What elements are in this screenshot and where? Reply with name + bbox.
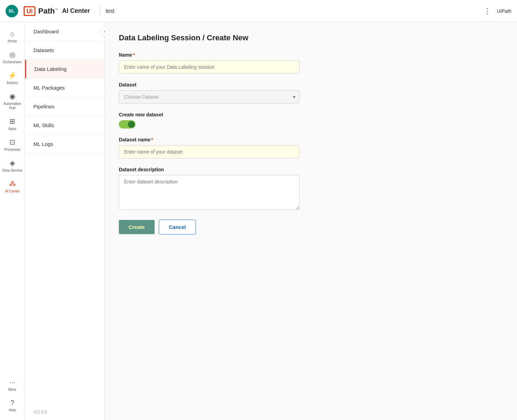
automation-hub-icon: ◉ xyxy=(9,92,15,100)
logo-path-text: Path™ xyxy=(38,7,58,16)
sidebar-item-orchestrator[interactable]: ◎ Orchestrator xyxy=(0,47,25,68)
dataset-name-input[interactable] xyxy=(119,145,299,158)
orchestrator-icon: ◎ xyxy=(9,50,15,59)
dataset-name-label: Dataset name* xyxy=(119,137,299,142)
help-label: Help xyxy=(9,408,16,412)
toggle-container xyxy=(119,120,299,129)
ai-center-label: AI Center xyxy=(5,189,19,193)
dataset-label: Dataset xyxy=(119,82,299,88)
create-session-form: Name* Dataset Choose Dataset ▾ Create ne… xyxy=(119,52,299,234)
sidebar-nav-pipelines[interactable]: Pipelines xyxy=(25,97,105,116)
sidebar-item-actions[interactable]: ⚡ Actions xyxy=(0,68,25,89)
name-label: Name* xyxy=(119,52,299,58)
sidebar-item-data-service[interactable]: ◈ Data Service xyxy=(0,155,25,176)
sidebar-version: v21.9.2 xyxy=(25,404,105,420)
avatar[interactable]: BL xyxy=(6,5,18,17)
cancel-button[interactable]: Cancel xyxy=(159,220,196,234)
sidebar-item-home[interactable]: ⌂ Home xyxy=(0,26,25,47)
toggle-knob xyxy=(128,121,135,128)
apps-icon: ⊞ xyxy=(9,117,15,125)
main-content: Data Labeling Session / Create New Name*… xyxy=(105,22,517,420)
dataset-name-form-group: Dataset name* xyxy=(119,137,299,158)
sidebar-collapse-button[interactable]: ‹ xyxy=(100,26,109,36)
icon-nav: ⌂ Home ◎ Orchestrator ⚡ Actions ◉ Automa… xyxy=(0,22,25,420)
create-new-dataset-toggle[interactable] xyxy=(119,120,136,129)
data-service-icon: ◈ xyxy=(10,159,15,167)
sidebar-item-apps[interactable]: ⊞ Apps xyxy=(0,114,25,134)
sidebar-nav-dashboard[interactable]: Dashboard xyxy=(25,22,105,41)
sidebar-nav-data-labeling[interactable]: Data Labeling xyxy=(25,60,105,79)
ai-center-icon: ⁂ xyxy=(9,180,16,188)
dataset-description-label: Dataset description xyxy=(119,167,299,172)
logo: Ui Path™ AI Center xyxy=(24,6,90,16)
more-options-button[interactable]: ⋮ xyxy=(483,7,491,16)
tenant-name: test xyxy=(106,8,115,14)
user-name: UiPath xyxy=(497,8,511,14)
create-new-dataset-form-group: Create new dataset xyxy=(119,112,299,129)
help-icon: ? xyxy=(10,399,14,407)
body: ⌂ Home ◎ Orchestrator ⚡ Actions ◉ Automa… xyxy=(0,22,517,420)
orchestrator-label: Orchestrator xyxy=(3,60,22,64)
sidebar-item-automation-hub[interactable]: ◉ Automation Hub xyxy=(0,89,25,114)
app-header: BL Ui Path™ AI Center test ⋮ UiPath xyxy=(0,0,517,22)
form-actions: Create Cancel xyxy=(119,220,299,234)
sidebar-nav-ml-logs[interactable]: ML Logs xyxy=(25,135,105,154)
dataset-description-input[interactable] xyxy=(119,175,299,210)
sidebar-nav-ml-skills[interactable]: ML Skills xyxy=(25,116,105,135)
more-label: More xyxy=(8,388,16,392)
create-button[interactable]: Create xyxy=(119,220,155,234)
sidebar-item-ai-center[interactable]: ⁂ AI Center xyxy=(0,176,25,197)
sidebar-item-help[interactable]: ? Help xyxy=(0,395,25,416)
home-label: Home xyxy=(8,39,17,43)
sidebar-item-processes[interactable]: ⊡ Processes xyxy=(0,134,25,155)
more-icon: ··· xyxy=(9,378,15,386)
processes-label: Processes xyxy=(4,148,20,152)
apps-label: Apps xyxy=(8,127,16,131)
product-name: AI Center xyxy=(62,7,90,15)
dataset-description-form-group: Dataset description xyxy=(119,167,299,211)
sidebar-nav-datasets[interactable]: Datasets xyxy=(25,41,105,60)
home-icon: ⌂ xyxy=(10,30,14,38)
sidebar-nav-ml-packages[interactable]: ML Packages xyxy=(25,79,105,97)
dataset-select[interactable]: Choose Dataset xyxy=(119,90,299,104)
name-form-group: Name* xyxy=(119,52,299,74)
logo-icon: Ui xyxy=(24,6,35,16)
actions-label: Actions xyxy=(7,81,18,85)
automation-hub-label: Automation Hub xyxy=(1,102,23,110)
page-title: Data Labeling Session / Create New xyxy=(119,33,503,42)
dataset-select-wrapper: Choose Dataset ▾ xyxy=(119,90,299,104)
name-input[interactable] xyxy=(119,60,299,74)
data-service-label: Data Service xyxy=(2,168,22,173)
create-new-dataset-label: Create new dataset xyxy=(119,112,299,117)
actions-icon: ⚡ xyxy=(8,71,17,80)
dataset-form-group: Dataset Choose Dataset ▾ xyxy=(119,82,299,104)
header-divider xyxy=(100,6,100,16)
sidebar: ‹ Dashboard Datasets Data Labeling ML Pa… xyxy=(25,22,105,420)
processes-icon: ⊡ xyxy=(9,138,15,146)
sidebar-item-more[interactable]: ··· More xyxy=(0,375,25,395)
